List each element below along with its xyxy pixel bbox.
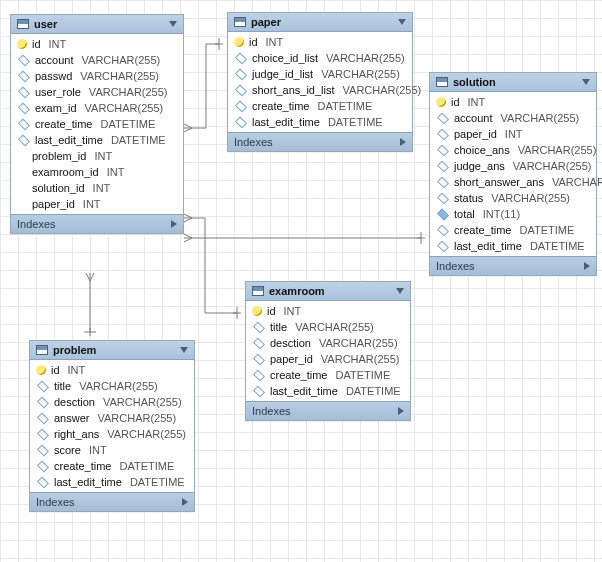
column-row[interactable]: idINT <box>246 303 410 319</box>
table-paper[interactable]: paperidINTchoice_id_listVARCHAR(255)judg… <box>227 12 413 152</box>
column-row[interactable]: desctionVARCHAR(255) <box>246 335 410 351</box>
column-row[interactable]: passwdVARCHAR(255) <box>11 68 183 84</box>
expand-icon[interactable] <box>398 407 404 415</box>
diamond-icon <box>253 353 265 365</box>
column-row[interactable]: totalINT(11) <box>430 206 596 222</box>
column-row[interactable]: examroom_idINT <box>11 164 183 180</box>
diamond-icon <box>18 54 30 66</box>
column-row[interactable]: create_timeDATETIME <box>430 222 596 238</box>
diamond-icon <box>37 460 49 472</box>
column-row[interactable]: create_timeDATETIME <box>30 458 194 474</box>
column-row[interactable]: last_edit_timeDATETIME <box>246 383 410 399</box>
table-header[interactable]: problem <box>30 341 194 360</box>
column-row[interactable]: paper_idVARCHAR(255) <box>246 351 410 367</box>
table-header[interactable]: solution <box>430 73 596 92</box>
column-row[interactable]: answerVARCHAR(255) <box>30 410 194 426</box>
column-row[interactable]: judge_id_listVARCHAR(255) <box>228 66 412 82</box>
column-row[interactable]: short_ans_id_listVARCHAR(255) <box>228 82 412 98</box>
column-name: choice_id_list <box>252 52 318 64</box>
column-type: DATETIME <box>530 240 585 252</box>
column-row[interactable]: last_edit_timeDATETIME <box>30 474 194 490</box>
column-type: DATETIME <box>317 100 372 112</box>
diamond-icon <box>235 100 247 112</box>
column-type: VARCHAR(255) <box>295 321 374 333</box>
column-name: create_time <box>35 118 92 130</box>
column-name: account <box>454 112 493 124</box>
column-type: VARCHAR(255) <box>321 68 400 80</box>
column-row[interactable]: idINT <box>228 34 412 50</box>
table-problem[interactable]: problemidINTtitleVARCHAR(255)desctionVAR… <box>29 340 195 512</box>
column-row[interactable]: create_timeDATETIME <box>228 98 412 114</box>
column-type: INT <box>93 182 111 194</box>
table-examroom[interactable]: examroomidINTtitleVARCHAR(255)desctionVA… <box>245 281 411 421</box>
collapse-icon[interactable] <box>398 19 406 25</box>
column-type: VARCHAR(255) <box>552 176 602 188</box>
indexes-section[interactable]: Indexes <box>11 214 183 233</box>
indexes-section[interactable]: Indexes <box>30 492 194 511</box>
column-row[interactable]: accountVARCHAR(255) <box>430 110 596 126</box>
column-row[interactable]: idINT <box>430 94 596 110</box>
diamond-icon <box>18 102 30 114</box>
column-row[interactable]: paper_idINT <box>430 126 596 142</box>
column-name: create_time <box>54 460 111 472</box>
column-row[interactable]: right_ansVARCHAR(255) <box>30 426 194 442</box>
column-list: idINTchoice_id_listVARCHAR(255)judge_id_… <box>228 32 412 132</box>
column-type: VARCHAR(255) <box>343 84 422 96</box>
expand-icon[interactable] <box>182 498 188 506</box>
diamond-icon <box>37 380 49 392</box>
column-row[interactable]: paper_idINT <box>11 196 183 212</box>
column-row[interactable]: idINT <box>11 36 183 52</box>
column-row[interactable]: titleVARCHAR(255) <box>30 378 194 394</box>
column-row[interactable]: titleVARCHAR(255) <box>246 319 410 335</box>
column-name: account <box>35 54 74 66</box>
table-icon <box>436 77 448 87</box>
column-row[interactable]: create_timeDATETIME <box>11 116 183 132</box>
column-row[interactable]: last_edit_timeDATETIME <box>228 114 412 130</box>
column-row[interactable]: accountVARCHAR(255) <box>11 52 183 68</box>
indexes-label: Indexes <box>36 496 75 508</box>
column-row[interactable]: statusVARCHAR(255) <box>430 190 596 206</box>
column-list: idINTtitleVARCHAR(255)desctionVARCHAR(25… <box>30 360 194 492</box>
table-icon <box>17 19 29 29</box>
expand-icon[interactable] <box>400 138 406 146</box>
expand-icon[interactable] <box>171 220 177 228</box>
collapse-icon[interactable] <box>169 21 177 27</box>
diamond-icon <box>253 337 265 349</box>
column-type: INT <box>68 364 86 376</box>
column-type: VARCHAR(255) <box>513 160 592 172</box>
column-row[interactable]: judge_ansVARCHAR(255) <box>430 158 596 174</box>
column-row[interactable]: idINT <box>30 362 194 378</box>
column-name: last_edit_time <box>252 116 320 128</box>
diamond-icon <box>37 476 49 488</box>
column-row[interactable]: last_edit_timeDATETIME <box>430 238 596 254</box>
indexes-section[interactable]: Indexes <box>430 256 596 275</box>
table-solution[interactable]: solutionidINTaccountVARCHAR(255)paper_id… <box>429 72 597 276</box>
collapse-icon[interactable] <box>582 79 590 85</box>
table-header[interactable]: user <box>11 15 183 34</box>
column-name: judge_id_list <box>252 68 313 80</box>
indexes-section[interactable]: Indexes <box>228 132 412 151</box>
column-row[interactable]: short_answer_ansVARCHAR(255) <box>430 174 596 190</box>
collapse-icon[interactable] <box>180 347 188 353</box>
expand-icon[interactable] <box>584 262 590 270</box>
column-row[interactable]: last_edit_timeDATETIME <box>11 132 183 148</box>
column-row[interactable]: solution_idINT <box>11 180 183 196</box>
column-row[interactable]: create_timeDATETIME <box>246 367 410 383</box>
table-header[interactable]: paper <box>228 13 412 32</box>
column-type: VARCHAR(255) <box>97 412 176 424</box>
column-row[interactable]: problem_idINT <box>11 148 183 164</box>
table-header[interactable]: examroom <box>246 282 410 301</box>
column-type: VARCHAR(255) <box>326 52 405 64</box>
table-icon <box>234 17 246 27</box>
column-row[interactable]: choice_ansVARCHAR(255) <box>430 142 596 158</box>
column-row[interactable]: desctionVARCHAR(255) <box>30 394 194 410</box>
table-title: problem <box>53 344 175 356</box>
column-row[interactable]: scoreINT <box>30 442 194 458</box>
column-row[interactable]: user_roleVARCHAR(255) <box>11 84 183 100</box>
collapse-icon[interactable] <box>396 288 404 294</box>
indexes-section[interactable]: Indexes <box>246 401 410 420</box>
column-row[interactable]: exam_idVARCHAR(255) <box>11 100 183 116</box>
column-row[interactable]: choice_id_listVARCHAR(255) <box>228 50 412 66</box>
table-user[interactable]: useridINTaccountVARCHAR(255)passwdVARCHA… <box>10 14 184 234</box>
diamond-icon <box>235 52 247 64</box>
